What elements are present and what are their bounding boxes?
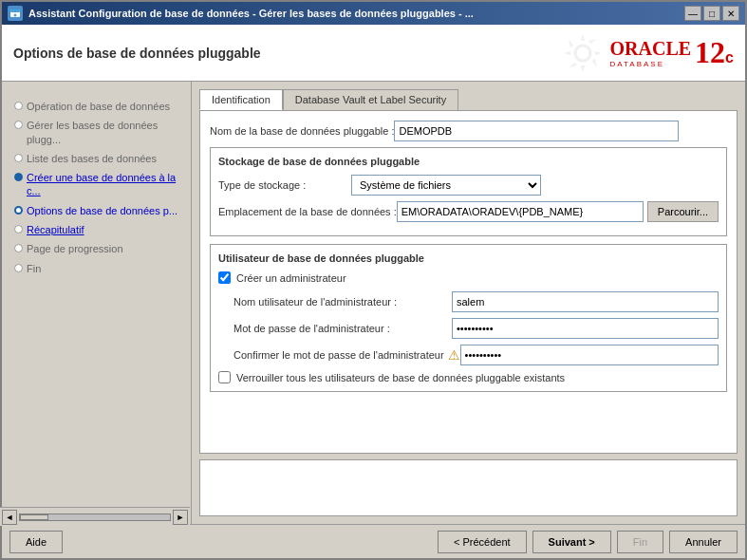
tab-identification[interactable]: Identification xyxy=(199,89,283,110)
sidebar-item-options[interactable]: Options de base de données p... xyxy=(6,201,187,220)
sidebar-label-operation: Opération de base de données xyxy=(27,100,183,113)
location-row: Emplacement de la base de données : Parc… xyxy=(218,201,719,222)
admin-name-row: Nom utilisateur de l'administrateur : xyxy=(233,291,719,312)
gear-icon xyxy=(559,29,607,77)
sidebar-scrollbar[interactable]: ◄ ► xyxy=(2,507,190,524)
admin-name-input[interactable] xyxy=(452,291,719,312)
pdb-name-input[interactable] xyxy=(394,121,679,141)
sidebar-item-creer[interactable]: Créer une base de données à la c... xyxy=(6,168,187,201)
sidebar-item-liste: Liste des bases de données xyxy=(6,149,187,168)
sidebar-item-progression: Page de progression xyxy=(6,239,187,258)
page-title: Options de base de données pluggable xyxy=(13,46,261,61)
svg-point-3 xyxy=(575,46,590,61)
sidebar-item-recap[interactable]: Récapitulatif xyxy=(6,220,187,239)
window-title: Assistant Configuration de base de donné… xyxy=(28,8,474,19)
admin-confirm-input[interactable] xyxy=(460,345,719,365)
oracle-logo: ORACLE DATABASE 12c xyxy=(559,29,734,77)
oracle-version: 12 xyxy=(695,35,725,70)
oracle-text: ORACLE xyxy=(610,38,692,60)
oracle-super: c xyxy=(725,49,734,66)
storage-type-label: Type de stockage : xyxy=(218,179,351,191)
sidebar-label-fin: Fin xyxy=(27,262,183,275)
app-icon xyxy=(8,6,23,21)
sidebar-label-progression: Page de progression xyxy=(27,242,183,255)
admin-form: Nom utilisateur de l'administrateur : Mo… xyxy=(218,291,719,365)
admin-confirm-row: Confirmer le mot de passe de l'administr… xyxy=(233,345,719,365)
sidebar-item-gerer: Gérer les bases de données plugg... xyxy=(6,116,187,149)
create-admin-label[interactable]: Créer un administrateur xyxy=(236,272,346,284)
minimize-button[interactable]: — xyxy=(684,6,701,21)
main-content: Opération de base de données Gérer les b… xyxy=(2,82,745,524)
svg-rect-1 xyxy=(10,9,20,12)
sidebar-label-recap[interactable]: Récapitulatif xyxy=(27,223,183,236)
prev-button[interactable]: < Précédent xyxy=(438,531,527,553)
lock-users-checkbox[interactable] xyxy=(218,371,231,383)
admin-confirm-label: Confirmer le mot de passe de l'administr… xyxy=(233,347,460,363)
location-label: Emplacement de la base de données : xyxy=(218,206,397,217)
sidebar-label-gerer: Gérer les bases de données plugg... xyxy=(27,119,183,146)
sidebar-label-creer[interactable]: Créer une base de données à la c... xyxy=(27,171,183,198)
info-area xyxy=(199,459,738,516)
help-button[interactable]: Aide xyxy=(9,531,63,553)
scroll-right-button[interactable]: ► xyxy=(173,510,188,525)
svg-point-2 xyxy=(14,14,17,17)
admin-password-row: Mot de passe de l'administrateur : xyxy=(233,318,719,339)
scroll-track xyxy=(19,513,171,521)
next-button[interactable]: Suivant > xyxy=(532,531,611,553)
pluggable-section-title: Utilisateur de base de données pluggable xyxy=(218,252,719,264)
admin-password-label: Mot de passe de l'administrateur : xyxy=(233,323,452,334)
tab-content-identification: Nom de la base de données pluggable : St… xyxy=(199,110,738,454)
nav-dot-gerer xyxy=(14,121,23,129)
sidebar-label-options[interactable]: Options de base de données p... xyxy=(27,204,183,217)
lock-users-row: Verrouiller tous les utilisateurs de bas… xyxy=(218,371,719,383)
tab-database-vault[interactable]: Database Vault et Label Security xyxy=(283,89,458,110)
right-panel: Identification Database Vault et Label S… xyxy=(192,82,745,524)
oracle-database-text: DATABASE xyxy=(610,60,665,68)
footer: Aide < Précédent Suivant > Fin Annuler xyxy=(2,524,745,558)
storage-type-select[interactable]: Système de fichiers ASM xyxy=(351,175,541,196)
scroll-thumb[interactable] xyxy=(20,514,48,520)
main-window: Assistant Configuration de base de donné… xyxy=(0,0,747,560)
nav-dot-operation xyxy=(14,102,23,110)
nav-dot-options xyxy=(14,206,23,215)
nav-dot-recap xyxy=(14,225,23,233)
storage-type-row: Type de stockage : Système de fichiers A… xyxy=(218,175,719,196)
header-area: Options de base de données pluggable O xyxy=(2,25,745,82)
finish-button: Fin xyxy=(617,531,663,553)
sidebar-label-liste: Liste des bases de données xyxy=(27,152,183,165)
storage-section-title: Stockage de base de données pluggable xyxy=(218,156,719,167)
title-bar: Assistant Configuration de base de donné… xyxy=(2,2,745,25)
warning-icon: ⚠ xyxy=(448,347,460,363)
storage-section: Stockage de base de données pluggable Ty… xyxy=(210,147,727,236)
cancel-button[interactable]: Annuler xyxy=(669,531,738,553)
location-input[interactable] xyxy=(397,201,644,222)
sidebar-item-fin: Fin xyxy=(6,259,187,278)
nav-dot-liste xyxy=(14,154,23,162)
admin-password-input[interactable] xyxy=(452,318,719,339)
maximize-button[interactable]: □ xyxy=(703,6,720,21)
pdb-name-row: Nom de la base de données pluggable : xyxy=(210,121,727,141)
nav-dot-creer xyxy=(14,173,23,181)
nav-dot-progression xyxy=(14,244,23,252)
admin-name-label: Nom utilisateur de l'administrateur : xyxy=(233,296,452,308)
browse-button[interactable]: Parcourir... xyxy=(647,201,719,222)
sidebar: Opération de base de données Gérer les b… xyxy=(2,82,192,524)
create-admin-row: Créer un administrateur xyxy=(218,271,719,284)
pluggable-user-section: Utilisateur de base de données pluggable… xyxy=(210,244,727,392)
tabs-bar: Identification Database Vault et Label S… xyxy=(199,89,738,110)
close-button[interactable]: ✕ xyxy=(722,6,739,21)
lock-users-label[interactable]: Verrouiller tous les utilisateurs de bas… xyxy=(236,372,565,383)
scroll-left-button[interactable]: ◄ xyxy=(2,510,17,525)
pdb-name-label: Nom de la base de données pluggable : xyxy=(210,125,394,137)
create-admin-checkbox[interactable] xyxy=(218,271,231,284)
nav-dot-fin xyxy=(14,264,23,272)
sidebar-item-operation: Opération de base de données xyxy=(6,97,187,116)
